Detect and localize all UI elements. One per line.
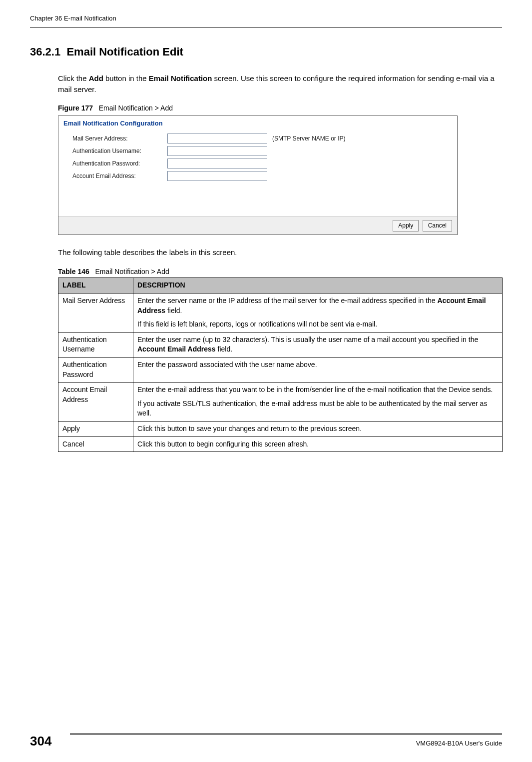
screenshot-container: Email Notification Configuration Mail Se…	[58, 116, 458, 235]
after-figure-paragraph: The following table describes the labels…	[58, 247, 502, 258]
table-cell-description: Enter the e-mail address that you want t…	[133, 382, 503, 422]
figure-caption: Figure 177 Email Notification > Add	[58, 104, 502, 114]
screenshot-text-input[interactable]	[167, 171, 267, 181]
table-cell-label: Account Email Address	[58, 382, 133, 422]
table-cell-label: Authentication Username	[58, 332, 133, 357]
table-cell-description: Enter the password associated with the u…	[133, 357, 503, 382]
table-row: Authentication Password Enter the passwo…	[58, 357, 503, 382]
figure-label: Figure 177	[58, 104, 93, 112]
screenshot-text-input[interactable]	[167, 134, 267, 144]
section-heading: 36.2.1 Email Notification Edit	[30, 44, 502, 60]
section-number: 36.2.1	[30, 46, 60, 58]
intro-paragraph: Click the Add button in the Email Notifi…	[58, 73, 502, 95]
table-row: Mail Server Address Enter the server nam…	[58, 294, 503, 332]
screenshot-field-hint: (SMTP Server NAME or IP)	[272, 134, 345, 143]
table-caption: Table 146 Email Notification > Add	[58, 267, 502, 277]
table-cell-label: Authentication Password	[58, 357, 133, 382]
table-header-description: DESCRIPTION	[133, 278, 503, 294]
screenshot-form-row: Mail Server Address: (SMTP Server NAME o…	[72, 134, 452, 144]
screenshot-field-label: Authentication Username:	[72, 147, 167, 156]
table-cell-description: Click this button to begin configuring t…	[133, 436, 503, 452]
table-cell-description: Enter the server name or the IP address …	[133, 294, 503, 332]
running-header: Chapter 36 E-mail Notification	[30, 14, 502, 23]
table-row: Authentication Username Enter the user n…	[58, 332, 503, 357]
top-rule	[30, 27, 502, 28]
table-header-row: LABEL DESCRIPTION	[58, 278, 503, 294]
screenshot-title: Email Notification Configuration	[58, 116, 457, 130]
screenshot-text-input[interactable]	[167, 158, 267, 168]
figure-caption-text: Email Notification > Add	[99, 104, 173, 112]
screenshot-form-row: Authentication Password:	[72, 158, 452, 168]
table-cell-label: Mail Server Address	[58, 294, 133, 332]
screenshot-field-label: Account Email Address:	[72, 172, 167, 180]
table-caption-text: Email Notification > Add	[95, 268, 169, 276]
screenshot-form-row: Authentication Username:	[72, 146, 452, 156]
cancel-button[interactable]: Cancel	[423, 220, 452, 232]
table-label: Table 146	[58, 268, 89, 276]
table-cell-label: Apply	[58, 421, 133, 436]
description-table: LABEL DESCRIPTION Mail Server Address En…	[58, 278, 503, 452]
screenshot-field-label: Authentication Password:	[72, 160, 167, 168]
table-row: Apply Click this button to save your cha…	[58, 421, 503, 436]
screenshot-form-row: Account Email Address:	[72, 171, 452, 181]
screenshot-field-label: Mail Server Address:	[72, 134, 167, 143]
screenshot-button-bar: Apply Cancel	[58, 216, 457, 234]
table-row: Cancel Click this button to begin config…	[58, 436, 503, 452]
table-header-label: LABEL	[58, 278, 133, 294]
screenshot-text-input[interactable]	[167, 146, 267, 156]
table-row: Account Email Address Enter the e-mail a…	[58, 382, 503, 422]
table-body: Mail Server Address Enter the server nam…	[58, 294, 503, 452]
table-cell-label: Cancel	[58, 436, 133, 452]
table-cell-description: Enter the user name (up to 32 characters…	[133, 332, 503, 357]
screenshot-spacer	[58, 188, 457, 216]
section-title: Email Notification Edit	[66, 46, 183, 58]
guide-name: VMG8924-B10A User's Guide	[70, 734, 502, 748]
screenshot-form: Mail Server Address: (SMTP Server NAME o…	[58, 130, 457, 188]
table-cell-description: Click this button to save your changes a…	[133, 421, 503, 436]
apply-button[interactable]: Apply	[393, 220, 419, 232]
page-number: 304	[30, 732, 70, 750]
page-footer: 304 VMG8924-B10A User's Guide	[0, 734, 532, 750]
